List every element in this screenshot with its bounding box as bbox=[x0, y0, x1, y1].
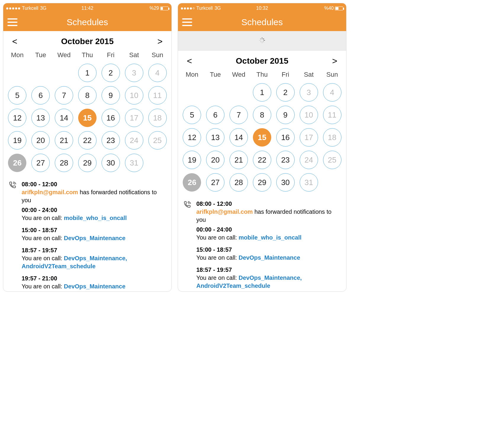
calendar-day[interactable]: 29 bbox=[78, 154, 97, 172]
calendar-day[interactable]: 2 bbox=[276, 83, 295, 102]
calendar-day[interactable]: 5 bbox=[183, 106, 201, 124]
event-item: 08:00 - 12:00 arifkpln@gmail.com has for… bbox=[196, 200, 341, 242]
calendar-day[interactable]: 10 bbox=[300, 106, 318, 124]
next-month-button[interactable]: > bbox=[330, 55, 340, 67]
event-text: You are on call: bbox=[22, 283, 64, 290]
network-label: 3G bbox=[40, 6, 46, 11]
calendar-day[interactable]: 13 bbox=[31, 109, 50, 127]
calendar-day[interactable]: 1 bbox=[78, 64, 97, 82]
calendar-day[interactable]: 14 bbox=[55, 109, 73, 127]
calendar-day[interactable]: 10 bbox=[125, 86, 143, 105]
calendar-day[interactable]: 1 bbox=[253, 83, 271, 102]
calendar-day[interactable]: 19 bbox=[8, 131, 26, 150]
calendar-day[interactable]: 26 bbox=[8, 154, 26, 172]
calendar-day[interactable]: 3 bbox=[125, 64, 143, 82]
calendar-grid: 1234567891011121314151617181920212223242… bbox=[3, 62, 171, 174]
calendar-day[interactable]: 23 bbox=[102, 131, 120, 150]
calendar-day[interactable]: 31 bbox=[125, 154, 143, 172]
weekday-label: Wed bbox=[227, 71, 251, 78]
scroll-track[interactable] bbox=[345, 31, 346, 288]
loading-bar bbox=[178, 31, 346, 51]
calendar-day[interactable]: 29 bbox=[253, 173, 271, 192]
calendar-day[interactable]: 27 bbox=[31, 154, 50, 172]
event-email-link[interactable]: arifkpln@gmail.com bbox=[196, 208, 253, 215]
calendar-day[interactable]: 30 bbox=[102, 154, 120, 172]
calendar-day[interactable]: 13 bbox=[206, 128, 224, 147]
event-schedule-link[interactable]: DevOps_Maintenance bbox=[64, 283, 126, 290]
calendar-day[interactable]: 7 bbox=[55, 86, 73, 105]
calendar-day[interactable]: 4 bbox=[148, 64, 167, 82]
calendar-day[interactable]: 9 bbox=[102, 86, 120, 105]
calendar-day[interactable]: 14 bbox=[229, 128, 248, 147]
event-schedule-link[interactable]: DevOps_Maintenance bbox=[64, 235, 126, 241]
event-item: 15:00 - 18:57 You are on call: DevOps_Ma… bbox=[196, 246, 341, 262]
calendar-day[interactable]: 8 bbox=[253, 106, 271, 124]
calendar-day[interactable]: 12 bbox=[8, 109, 26, 127]
calendar-day[interactable]: 7 bbox=[229, 106, 248, 124]
calendar-day[interactable]: 4 bbox=[323, 83, 341, 102]
weekday-label: Tue bbox=[204, 71, 227, 78]
status-time: 10:32 bbox=[256, 6, 268, 11]
event-text: You are on call: bbox=[196, 254, 239, 261]
calendar-day[interactable]: 20 bbox=[31, 131, 50, 150]
signal-dots-icon bbox=[181, 7, 195, 9]
spinner-icon bbox=[259, 37, 265, 45]
calendar-day[interactable]: 25 bbox=[323, 151, 341, 169]
weekday-label: Sat bbox=[297, 71, 320, 78]
calendar-day[interactable]: 30 bbox=[276, 173, 295, 192]
calendar-day[interactable]: 20 bbox=[206, 151, 224, 169]
calendar-day[interactable]: 23 bbox=[276, 151, 295, 169]
calendar-day[interactable]: 22 bbox=[253, 151, 271, 169]
calendar-day[interactable]: 16 bbox=[276, 128, 295, 147]
calendar-day[interactable]: 9 bbox=[276, 106, 295, 124]
calendar-day[interactable]: 27 bbox=[206, 173, 224, 192]
event-schedule-link[interactable]: DevOps_Maintenance bbox=[239, 254, 300, 261]
svg-line-7 bbox=[260, 38, 261, 39]
calendar-day[interactable]: 21 bbox=[229, 151, 248, 169]
calendar-day[interactable]: 17 bbox=[125, 109, 143, 127]
calendar-day[interactable]: 17 bbox=[300, 128, 318, 147]
calendar-day[interactable]: 3 bbox=[300, 83, 318, 102]
calendar-day[interactable]: 18 bbox=[148, 109, 167, 127]
calendar-day[interactable]: 6 bbox=[206, 106, 224, 124]
event-text: You are on call: bbox=[22, 215, 64, 221]
calendar-day[interactable]: 11 bbox=[148, 86, 167, 105]
svg-line-3 bbox=[263, 41, 264, 42]
calendar-day[interactable]: 24 bbox=[125, 131, 143, 150]
calendar-day[interactable]: 22 bbox=[78, 131, 97, 150]
phone-screen: Turkcell 3G 10:32 %40 Schedules < Octobe… bbox=[178, 3, 346, 292]
event-time: 18:57 - 19:57 bbox=[196, 266, 341, 274]
event-email-link[interactable]: arifkpln@gmail.com bbox=[22, 189, 78, 195]
calendar-day[interactable]: 25 bbox=[148, 131, 167, 150]
calendar-day[interactable]: 24 bbox=[300, 151, 318, 169]
calendar-day[interactable]: 31 bbox=[300, 173, 318, 192]
event-schedule-link[interactable]: mobile_who_is_oncall bbox=[64, 215, 127, 221]
calendar-day[interactable]: 19 bbox=[183, 151, 201, 169]
calendar-day[interactable]: 26 bbox=[183, 173, 201, 192]
event-schedule-link[interactable]: mobile_who_is_oncall bbox=[239, 234, 301, 241]
calendar-day[interactable]: 15 bbox=[253, 128, 271, 147]
next-month-button[interactable]: > bbox=[155, 35, 165, 48]
calendar-day[interactable]: 21 bbox=[55, 131, 73, 150]
calendar-day[interactable]: 15 bbox=[78, 109, 97, 127]
calendar-day[interactable]: 16 bbox=[102, 109, 120, 127]
calendar-day[interactable]: 11 bbox=[323, 106, 341, 124]
calendar-day[interactable]: 5 bbox=[8, 86, 26, 105]
weekday-label: Tue bbox=[29, 51, 52, 59]
calendar-day[interactable]: 2 bbox=[102, 64, 120, 82]
calendar-day[interactable]: 6 bbox=[31, 86, 50, 105]
battery-percent: %29 bbox=[150, 6, 159, 11]
weekday-label: Sun bbox=[146, 51, 169, 59]
weekday-label: Mon bbox=[6, 51, 29, 59]
calendar-day[interactable]: 28 bbox=[229, 173, 248, 192]
event-item: 18:57 - 19:57 You are on call: DevOps_Ma… bbox=[196, 266, 341, 290]
weekday-label: Sun bbox=[320, 71, 344, 78]
battery-icon bbox=[160, 7, 168, 10]
calendar-day[interactable]: 18 bbox=[323, 128, 341, 147]
calendar-day[interactable]: 28 bbox=[55, 154, 73, 172]
prev-month-button[interactable]: < bbox=[10, 35, 20, 48]
calendar-day[interactable]: 12 bbox=[183, 128, 201, 147]
prev-month-button[interactable]: < bbox=[184, 55, 195, 67]
calendar-day[interactable]: 8 bbox=[78, 86, 97, 105]
event-item: 19:57 - 21:00 You are on call: DevOps_Ma… bbox=[22, 274, 166, 290]
